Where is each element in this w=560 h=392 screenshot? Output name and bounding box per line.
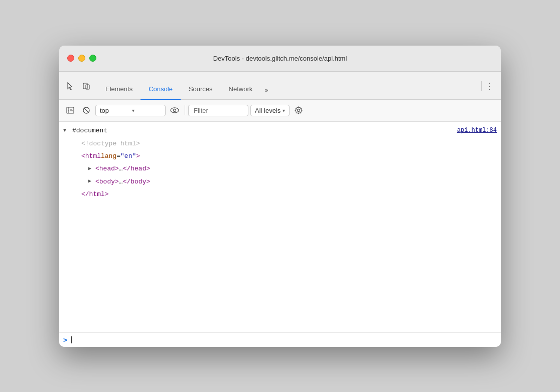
tab-sources[interactable]: Sources (181, 81, 221, 100)
settings-btn[interactable] (292, 103, 306, 117)
clear-console-btn[interactable] (79, 103, 93, 117)
document-expand-arrow[interactable] (63, 128, 70, 133)
sidebar-toggle-btn[interactable] (63, 103, 77, 117)
levels-chevron-icon: ▾ (283, 108, 285, 113)
html-open-tag: <html (81, 150, 101, 162)
console-empty-space (59, 203, 501, 283)
svg-rect-0 (83, 83, 87, 89)
console-cursor (71, 336, 72, 343)
document-header: #document api.html:84 (59, 126, 501, 135)
levels-value: All levels (255, 107, 281, 114)
html-equals: = (116, 150, 120, 162)
filter-input[interactable] (188, 105, 248, 116)
traffic-lights (67, 55, 96, 62)
devtools-window: DevTools - devtools.glitch.me/console/ap… (59, 46, 501, 347)
cursor-icon (66, 82, 74, 90)
document-node-label: #document (70, 127, 107, 134)
window-title: DevTools - devtools.glitch.me/console/ap… (213, 55, 347, 62)
device-icon-btn[interactable] (79, 79, 93, 93)
doctype-text: <!doctype html> (81, 138, 140, 149)
minimize-button[interactable] (78, 55, 85, 62)
head-tag: <head> (95, 163, 119, 174)
html-attr-name: lang (101, 150, 116, 162)
head-expand-arrow[interactable] (88, 164, 95, 173)
body-expand-arrow[interactable] (88, 177, 95, 186)
gear-icon (295, 106, 303, 114)
toolbar-divider (185, 105, 185, 115)
context-selector[interactable]: top ▾ (95, 105, 166, 116)
doctype-line: <!doctype html> (71, 137, 497, 150)
svg-line-8 (84, 108, 89, 113)
eye-btn[interactable] (168, 103, 182, 117)
html-close-tag: </html> (81, 188, 109, 200)
tab-bar: Elements Console Sources Network » ⋮ (59, 72, 501, 100)
tab-network[interactable]: Network (221, 81, 261, 100)
console-content: #document api.html:84 <!doctype html> <h… (59, 122, 501, 332)
console-prompt: > (63, 336, 67, 344)
body-tag: <body> (95, 176, 119, 187)
context-value: top (100, 107, 129, 114)
console-input-line[interactable]: > (59, 332, 501, 347)
context-chevron-icon: ▾ (132, 108, 161, 113)
head-ellipsis: … (119, 163, 123, 174)
head-line[interactable]: <head>…</head> (71, 162, 497, 175)
document-tree: <!doctype html> <html lang="en"> <head>…… (59, 135, 501, 203)
html-open-close: > (136, 150, 140, 162)
html-attr-value: "en" (120, 150, 136, 162)
tab-elements[interactable]: Elements (97, 81, 141, 100)
tab-console[interactable]: Console (141, 81, 181, 100)
divider (481, 81, 482, 91)
more-options-btn[interactable]: ⋮ (483, 79, 497, 93)
cursor-icon-btn[interactable] (63, 79, 77, 93)
tab-bar-right: ⋮ (480, 79, 497, 99)
console-toolbar: top ▾ All levels ▾ (59, 100, 501, 122)
body-line[interactable]: <body>…</body> (71, 175, 497, 188)
sidebar-icon (66, 107, 74, 114)
close-button[interactable] (67, 55, 74, 62)
body-close-tag: </body> (123, 176, 151, 187)
html-open-line: <html lang="en"> (71, 150, 497, 162)
ban-icon (82, 106, 90, 114)
tab-more[interactable]: » (260, 82, 272, 100)
device-icon (82, 82, 90, 90)
html-close-line: </html> (71, 188, 497, 201)
log-source-link[interactable]: api.html:84 (449, 127, 497, 134)
eye-icon (170, 107, 179, 113)
levels-selector[interactable]: All levels ▾ (250, 105, 290, 116)
body-ellipsis: … (119, 176, 123, 187)
svg-point-9 (171, 108, 179, 113)
svg-point-11 (298, 109, 300, 112)
maximize-button[interactable] (89, 55, 96, 62)
svg-point-10 (174, 109, 176, 112)
tab-bar-icons (63, 79, 93, 99)
head-close-tag: </head> (123, 163, 151, 174)
title-bar: DevTools - devtools.glitch.me/console/ap… (59, 46, 501, 72)
